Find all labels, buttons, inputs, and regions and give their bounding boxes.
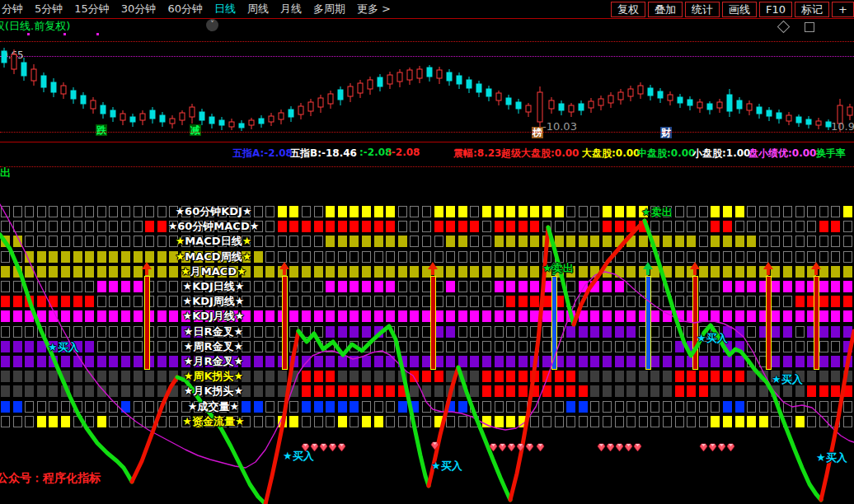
star-icon: ★ (168, 220, 178, 232)
indicator-row-label: ★MACD周线★ (165, 250, 262, 264)
star-icon: ★ (242, 250, 252, 263)
star-icon: ★ (235, 310, 245, 322)
row-label-text: 月MACD (190, 265, 237, 278)
row-label-text: 月R金叉 (193, 355, 233, 367)
indicator-row-label: ★MACD日线★ (165, 234, 262, 249)
star-icon: ★ (235, 415, 245, 427)
indicator-row-label: ★周R金叉★ (165, 339, 262, 354)
star-icon: ★ (184, 370, 194, 382)
indicator-row-label: ★KDJ周线★ (165, 294, 262, 309)
buy-signal: ★买入 (48, 340, 79, 355)
row-label-text: 60分钟MACD (177, 220, 249, 232)
star-icon: ★ (234, 325, 244, 338)
star-icon: ★ (182, 415, 192, 427)
indicator-row-label: ★60分钟MACD★ (165, 219, 262, 234)
row-label-text: 资金流量 (192, 415, 235, 427)
star-icon: ★ (237, 265, 246, 278)
indicator-row-label: ★月K拐头★ (165, 384, 262, 399)
star-icon: ★ (234, 385, 244, 397)
buy-signal: ★买入 (431, 459, 462, 474)
footer-watermark: 公众号：程序化指标 (0, 471, 101, 486)
star-icon: ★ (230, 400, 240, 413)
indicator-curves (0, 0, 854, 504)
star-icon: ★ (182, 280, 192, 292)
star-icon: ★ (188, 400, 198, 413)
star-icon: ★ (176, 235, 185, 247)
star-icon: ★ (184, 340, 194, 352)
row-label-text: KDJ月线 (192, 310, 235, 322)
star-icon: ★ (184, 355, 194, 367)
star-icon: ★ (182, 310, 192, 322)
row-label-text: 成交量 (198, 400, 230, 413)
star-icon: ★ (175, 205, 185, 217)
star-icon: ★ (234, 370, 244, 382)
star-icon: ★ (234, 340, 244, 352)
row-label-text: 60分钟KDJ (185, 205, 242, 217)
star-icon: ★ (242, 205, 252, 217)
indicator-row-label: ★周K拐头★ (165, 369, 262, 384)
star-icon: ★ (235, 295, 245, 307)
star-icon: ★ (250, 220, 260, 232)
indicator-row-label: ★日R金叉★ (165, 324, 262, 339)
row-label-text: MACD日线 (185, 235, 242, 247)
star-icon: ★ (242, 235, 252, 247)
indicator-row-label: ★资金流量★ (165, 414, 262, 429)
star-icon: ★ (176, 250, 185, 263)
star-icon: ★ (184, 325, 194, 338)
indicator-row-label: ★60分钟KDJ★ (165, 204, 262, 219)
row-label-text: 日R金叉 (193, 325, 233, 338)
row-label-text: KDJ周线 (192, 295, 235, 307)
sell-signal: ★卖出 (641, 205, 673, 220)
row-label-text: 周K拐头 (193, 370, 233, 382)
buy-signal: ★买入 (772, 372, 803, 387)
indicator-row-label: ★KDJ月线★ (165, 309, 262, 324)
indicator-row-label: ★成交量★ (165, 399, 262, 414)
star-icon: ★ (182, 295, 192, 307)
sell-signal: ★卖出 (542, 261, 574, 276)
indicator-row-label: ★月MACD★ (165, 264, 262, 279)
star-icon: ★ (184, 385, 194, 397)
indicator-row-label: ★KDJ日线★ (165, 279, 262, 294)
row-label-text: 周R金叉 (193, 340, 233, 352)
buy-signal: ★买入 (697, 331, 728, 346)
indicator-row-label: ★月R金叉★ (165, 354, 262, 369)
buy-signal: ★买入 (816, 450, 847, 465)
app-window: 分钟5分钟15分钟30分钟60分钟日线周线月线多周期更多 > 复权叠加统计画线F… (0, 0, 854, 504)
row-label-text: 月K拐头 (193, 385, 233, 397)
star-icon: ★ (181, 265, 190, 278)
star-icon: ★ (234, 355, 244, 367)
star-icon: ★ (235, 280, 245, 292)
row-label-text: MACD周线 (185, 250, 242, 263)
row-label-text: KDJ日线 (192, 280, 235, 292)
